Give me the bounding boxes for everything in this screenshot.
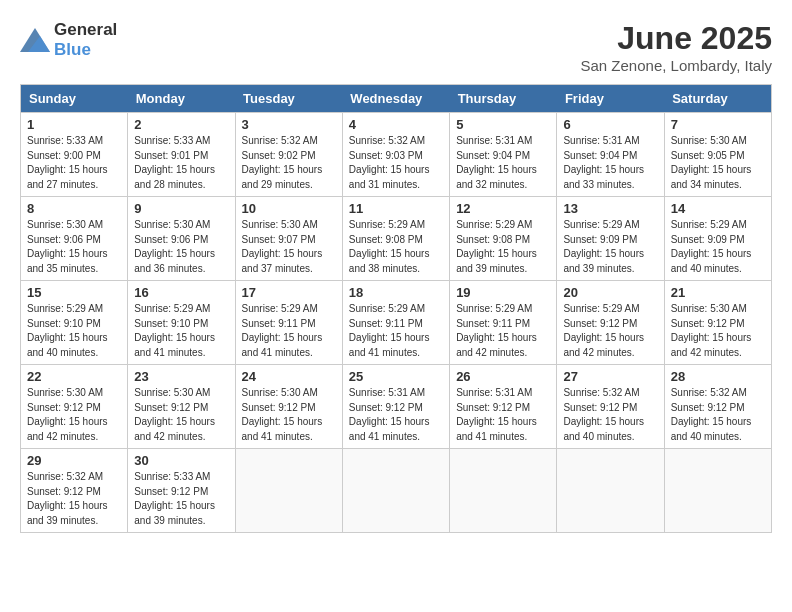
header-saturday: Saturday (664, 85, 771, 113)
table-row: 23 Sunrise: 5:30 AMSunset: 9:12 PMDaylig… (128, 365, 235, 449)
day-number: 28 (671, 369, 765, 384)
day-info: Sunrise: 5:29 AMSunset: 9:08 PMDaylight:… (456, 218, 550, 276)
header-friday: Friday (557, 85, 664, 113)
day-number: 15 (27, 285, 121, 300)
day-info: Sunrise: 5:30 AMSunset: 9:07 PMDaylight:… (242, 218, 336, 276)
table-row: 8 Sunrise: 5:30 AMSunset: 9:06 PMDayligh… (21, 197, 128, 281)
table-row: 16 Sunrise: 5:29 AMSunset: 9:10 PMDaylig… (128, 281, 235, 365)
table-row: 13 Sunrise: 5:29 AMSunset: 9:09 PMDaylig… (557, 197, 664, 281)
table-row: 2 Sunrise: 5:33 AMSunset: 9:01 PMDayligh… (128, 113, 235, 197)
day-info: Sunrise: 5:30 AMSunset: 9:12 PMDaylight:… (671, 302, 765, 360)
title-area: June 2025 San Zenone, Lombardy, Italy (581, 20, 773, 74)
day-number: 18 (349, 285, 443, 300)
table-row: 15 Sunrise: 5:29 AMSunset: 9:10 PMDaylig… (21, 281, 128, 365)
table-row: 12 Sunrise: 5:29 AMSunset: 9:08 PMDaylig… (450, 197, 557, 281)
calendar-body: 1 Sunrise: 5:33 AMSunset: 9:00 PMDayligh… (21, 113, 772, 533)
day-info: Sunrise: 5:32 AMSunset: 9:12 PMDaylight:… (563, 386, 657, 444)
day-info: Sunrise: 5:29 AMSunset: 9:10 PMDaylight:… (27, 302, 121, 360)
day-info: Sunrise: 5:29 AMSunset: 9:11 PMDaylight:… (242, 302, 336, 360)
day-number: 8 (27, 201, 121, 216)
day-number: 25 (349, 369, 443, 384)
day-info: Sunrise: 5:30 AMSunset: 9:06 PMDaylight:… (27, 218, 121, 276)
calendar-title: June 2025 (581, 20, 773, 57)
table-row: 14 Sunrise: 5:29 AMSunset: 9:09 PMDaylig… (664, 197, 771, 281)
table-row: 26 Sunrise: 5:31 AMSunset: 9:12 PMDaylig… (450, 365, 557, 449)
day-number: 24 (242, 369, 336, 384)
header-monday: Monday (128, 85, 235, 113)
calendar-week-row: 8 Sunrise: 5:30 AMSunset: 9:06 PMDayligh… (21, 197, 772, 281)
table-row: 1 Sunrise: 5:33 AMSunset: 9:00 PMDayligh… (21, 113, 128, 197)
table-row (342, 449, 449, 533)
table-row: 5 Sunrise: 5:31 AMSunset: 9:04 PMDayligh… (450, 113, 557, 197)
table-row: 25 Sunrise: 5:31 AMSunset: 9:12 PMDaylig… (342, 365, 449, 449)
logo-general: General (54, 20, 117, 39)
day-number: 3 (242, 117, 336, 132)
day-info: Sunrise: 5:29 AMSunset: 9:10 PMDaylight:… (134, 302, 228, 360)
table-row: 27 Sunrise: 5:32 AMSunset: 9:12 PMDaylig… (557, 365, 664, 449)
table-row: 18 Sunrise: 5:29 AMSunset: 9:11 PMDaylig… (342, 281, 449, 365)
table-row: 29 Sunrise: 5:32 AMSunset: 9:12 PMDaylig… (21, 449, 128, 533)
calendar-table: Sunday Monday Tuesday Wednesday Thursday… (20, 84, 772, 533)
calendar-week-row: 15 Sunrise: 5:29 AMSunset: 9:10 PMDaylig… (21, 281, 772, 365)
table-row: 4 Sunrise: 5:32 AMSunset: 9:03 PMDayligh… (342, 113, 449, 197)
day-info: Sunrise: 5:33 AMSunset: 9:00 PMDaylight:… (27, 134, 121, 192)
table-row: 10 Sunrise: 5:30 AMSunset: 9:07 PMDaylig… (235, 197, 342, 281)
day-info: Sunrise: 5:31 AMSunset: 9:04 PMDaylight:… (563, 134, 657, 192)
logo-blue: Blue (54, 40, 91, 59)
day-number: 10 (242, 201, 336, 216)
logo-icon (20, 28, 50, 52)
table-row: 9 Sunrise: 5:30 AMSunset: 9:06 PMDayligh… (128, 197, 235, 281)
day-info: Sunrise: 5:32 AMSunset: 9:12 PMDaylight:… (671, 386, 765, 444)
table-row: 21 Sunrise: 5:30 AMSunset: 9:12 PMDaylig… (664, 281, 771, 365)
table-row: 6 Sunrise: 5:31 AMSunset: 9:04 PMDayligh… (557, 113, 664, 197)
day-number: 2 (134, 117, 228, 132)
day-number: 27 (563, 369, 657, 384)
day-number: 1 (27, 117, 121, 132)
table-row: 22 Sunrise: 5:30 AMSunset: 9:12 PMDaylig… (21, 365, 128, 449)
day-number: 29 (27, 453, 121, 468)
day-number: 6 (563, 117, 657, 132)
weekday-header-row: Sunday Monday Tuesday Wednesday Thursday… (21, 85, 772, 113)
day-number: 17 (242, 285, 336, 300)
day-info: Sunrise: 5:30 AMSunset: 9:12 PMDaylight:… (134, 386, 228, 444)
day-info: Sunrise: 5:29 AMSunset: 9:11 PMDaylight:… (349, 302, 443, 360)
day-info: Sunrise: 5:31 AMSunset: 9:12 PMDaylight:… (456, 386, 550, 444)
table-row: 3 Sunrise: 5:32 AMSunset: 9:02 PMDayligh… (235, 113, 342, 197)
day-number: 16 (134, 285, 228, 300)
day-number: 9 (134, 201, 228, 216)
table-row: 7 Sunrise: 5:30 AMSunset: 9:05 PMDayligh… (664, 113, 771, 197)
table-row: 19 Sunrise: 5:29 AMSunset: 9:11 PMDaylig… (450, 281, 557, 365)
day-number: 4 (349, 117, 443, 132)
day-info: Sunrise: 5:33 AMSunset: 9:01 PMDaylight:… (134, 134, 228, 192)
table-row: 28 Sunrise: 5:32 AMSunset: 9:12 PMDaylig… (664, 365, 771, 449)
calendar-week-row: 1 Sunrise: 5:33 AMSunset: 9:00 PMDayligh… (21, 113, 772, 197)
logo: General Blue (20, 20, 117, 60)
header: General Blue June 2025 San Zenone, Lomba… (20, 20, 772, 74)
header-sunday: Sunday (21, 85, 128, 113)
header-wednesday: Wednesday (342, 85, 449, 113)
day-info: Sunrise: 5:30 AMSunset: 9:06 PMDaylight:… (134, 218, 228, 276)
day-number: 12 (456, 201, 550, 216)
table-row (235, 449, 342, 533)
table-row (557, 449, 664, 533)
day-info: Sunrise: 5:29 AMSunset: 9:09 PMDaylight:… (563, 218, 657, 276)
day-number: 5 (456, 117, 550, 132)
calendar-subtitle: San Zenone, Lombardy, Italy (581, 57, 773, 74)
day-number: 7 (671, 117, 765, 132)
header-tuesday: Tuesday (235, 85, 342, 113)
day-info: Sunrise: 5:32 AMSunset: 9:02 PMDaylight:… (242, 134, 336, 192)
calendar-week-row: 22 Sunrise: 5:30 AMSunset: 9:12 PMDaylig… (21, 365, 772, 449)
day-info: Sunrise: 5:29 AMSunset: 9:08 PMDaylight:… (349, 218, 443, 276)
day-info: Sunrise: 5:29 AMSunset: 9:09 PMDaylight:… (671, 218, 765, 276)
table-row: 11 Sunrise: 5:29 AMSunset: 9:08 PMDaylig… (342, 197, 449, 281)
day-number: 14 (671, 201, 765, 216)
day-number: 13 (563, 201, 657, 216)
day-number: 20 (563, 285, 657, 300)
day-number: 21 (671, 285, 765, 300)
day-number: 26 (456, 369, 550, 384)
day-info: Sunrise: 5:30 AMSunset: 9:12 PMDaylight:… (242, 386, 336, 444)
day-number: 11 (349, 201, 443, 216)
day-number: 22 (27, 369, 121, 384)
table-row: 24 Sunrise: 5:30 AMSunset: 9:12 PMDaylig… (235, 365, 342, 449)
day-info: Sunrise: 5:30 AMSunset: 9:05 PMDaylight:… (671, 134, 765, 192)
